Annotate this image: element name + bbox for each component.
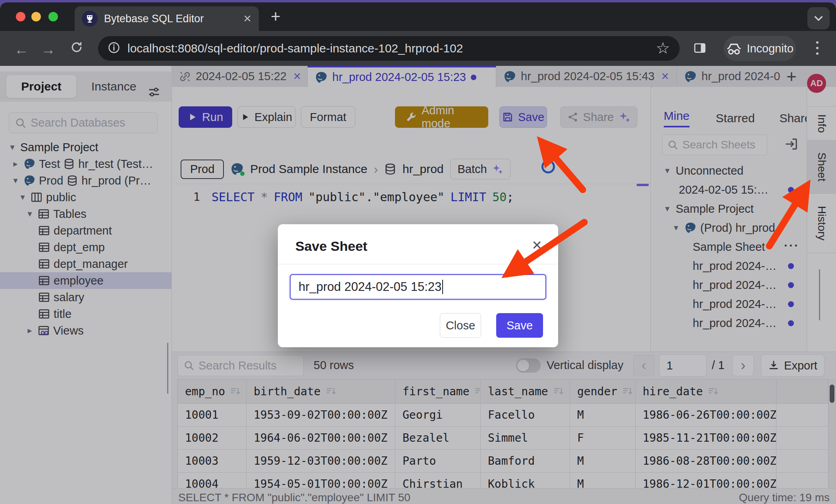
screen: Bytebase SQL Editor ✕ + ← → localhost:80… (0, 0, 836, 504)
url-text: localhost:8080/sql-editor/prod-sample-in… (127, 42, 463, 55)
window-zoom-button[interactable] (48, 12, 58, 21)
text-cursor (442, 280, 443, 294)
browser-tab-title: Bytebase SQL Editor (104, 13, 239, 25)
browser-tabstrip: Bytebase SQL Editor ✕ + (0, 2, 836, 31)
new-browser-tab-button[interactable]: + (271, 7, 281, 26)
incognito-label: Incognito (747, 42, 794, 55)
browser-tab[interactable]: Bytebase SQL Editor ✕ (75, 6, 259, 31)
browser-navbar: ← → localhost:8080/sql-editor/prod-sampl… (0, 31, 836, 66)
reload-icon[interactable] (70, 40, 83, 58)
url-bar[interactable]: localhost:8080/sql-editor/prod-sample-in… (98, 36, 680, 61)
bookmark-star-icon[interactable]: ☆ (656, 39, 670, 57)
bytebase-favicon (82, 11, 98, 27)
window-minimize-button[interactable] (31, 12, 41, 21)
back-icon[interactable]: ← (14, 41, 29, 58)
dialog-save-button[interactable]: Save (496, 313, 543, 338)
side-panel-icon[interactable] (693, 41, 707, 58)
forward-icon[interactable]: → (41, 41, 56, 58)
window-close-button[interactable] (16, 12, 25, 21)
browser-menu-icon[interactable] (816, 41, 819, 58)
dialog-close-icon[interactable]: ✕ (532, 238, 542, 253)
incognito-badge: Incognito (724, 36, 796, 61)
tab-search-chevron-button[interactable] (807, 7, 830, 29)
sheet-name-input[interactable]: hr_prod 2024-02-05 15:23 (290, 274, 546, 300)
dialog-close-button[interactable]: Close (440, 313, 481, 338)
sheet-name-value: hr_prod 2024-02-05 15:23 (299, 280, 441, 294)
dialog-divider (278, 264, 558, 264)
browser-tab-close-icon[interactable]: ✕ (243, 13, 252, 25)
save-sheet-dialog: Save Sheet ✕ hr_prod 2024-02-05 15:23 Cl… (278, 224, 558, 347)
dialog-title: Save Sheet (295, 239, 367, 254)
site-info-icon[interactable] (108, 41, 120, 56)
